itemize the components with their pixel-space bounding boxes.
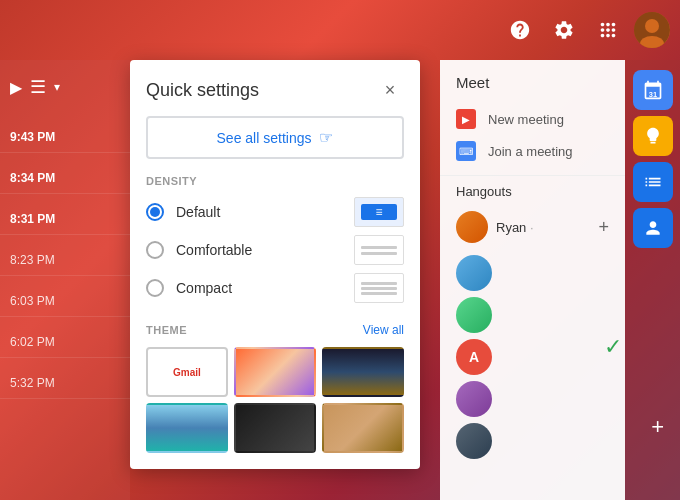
theme-label: THEME xyxy=(146,324,187,336)
radio-compact[interactable] xyxy=(146,279,164,297)
topbar xyxy=(0,0,680,60)
email-row[interactable]: 9:43 PM xyxy=(0,112,130,153)
svg-text:31: 31 xyxy=(648,90,656,99)
contact-avatar-5[interactable] xyxy=(456,423,492,459)
email-toolbar: ▶ ☰ ▾ xyxy=(0,70,130,104)
dropdown-icon[interactable]: ▾ xyxy=(54,80,60,94)
checkmark-area: ✓ xyxy=(604,334,622,360)
contact-avatar-2[interactable] xyxy=(456,297,492,333)
radio-default[interactable] xyxy=(146,203,164,221)
email-row[interactable]: 6:02 PM xyxy=(0,317,130,358)
density-comfortable-preview xyxy=(354,235,404,265)
right-panel: Meet ▶ New meeting ⌨ Join a meeting Hang… xyxy=(440,60,625,500)
contact-row-3: A xyxy=(456,339,609,375)
new-meeting-label: New meeting xyxy=(488,112,564,127)
density-label: DENSITY xyxy=(130,175,420,197)
contact-avatar-4[interactable] xyxy=(456,381,492,417)
theme-section-header: THEME View all xyxy=(130,319,420,347)
hangouts-title: Hangouts xyxy=(456,184,609,199)
list-icon[interactable]: ☰ xyxy=(30,76,46,98)
keyboard-icon: ⌨ xyxy=(456,141,476,161)
density-default-label: Default xyxy=(176,204,342,220)
qs-close-button[interactable]: × xyxy=(376,76,404,104)
email-row[interactable]: 8:34 PM xyxy=(0,153,130,194)
preview-default-icon xyxy=(361,204,397,220)
settings-icon[interactable] xyxy=(546,12,582,48)
apps-icon[interactable] xyxy=(590,12,626,48)
theme-grid: Gmail xyxy=(130,347,420,469)
contact-row-4 xyxy=(456,381,609,417)
svg-point-1 xyxy=(645,19,659,33)
preview-line-1 xyxy=(361,282,397,285)
email-row[interactable]: 8:23 PM xyxy=(0,235,130,276)
contact-avatar-1[interactable] xyxy=(456,255,492,291)
checkmark-icon: ✓ xyxy=(604,334,622,359)
density-compact-label: Compact xyxy=(176,280,342,296)
qs-title: Quick settings xyxy=(146,80,259,101)
keep-button[interactable] xyxy=(633,116,673,156)
hangouts-section: Hangouts Ryan · + xyxy=(440,175,625,255)
add-button[interactable]: + xyxy=(651,414,664,440)
radio-comfortable[interactable] xyxy=(146,241,164,259)
hangout-ryan[interactable]: Ryan · + xyxy=(456,207,609,247)
ryan-avatar xyxy=(456,211,488,243)
preview-line-2 xyxy=(361,287,397,290)
expand-icon[interactable]: ▶ xyxy=(10,78,22,97)
email-area: ▶ ☰ ▾ 9:43 PM 8:34 PM 8:31 PM 8:23 PM 6:… xyxy=(0,60,130,500)
help-icon[interactable] xyxy=(502,12,538,48)
topbar-icons xyxy=(502,12,670,48)
preview-line-3 xyxy=(361,292,397,295)
qs-header: Quick settings × xyxy=(130,60,420,116)
add-contact-icon[interactable]: + xyxy=(598,217,609,238)
email-times: 9:43 PM 8:34 PM 8:31 PM 8:23 PM 6:03 PM … xyxy=(0,112,130,399)
cursor-icon: ☞ xyxy=(319,128,333,147)
meet-title: Meet xyxy=(456,74,609,91)
view-all-link[interactable]: View all xyxy=(363,323,404,337)
theme-desert[interactable] xyxy=(322,403,404,453)
new-meeting-item[interactable]: ▶ New meeting xyxy=(456,103,609,135)
contact-row-5 xyxy=(456,423,609,459)
email-row[interactable]: 8:31 PM xyxy=(0,194,130,235)
density-compact[interactable]: Compact xyxy=(146,273,404,303)
density-default-preview xyxy=(354,197,404,227)
contact-avatar-red[interactable]: A xyxy=(456,339,492,375)
preview-line-2 xyxy=(361,252,397,255)
theme-gmail[interactable]: Gmail xyxy=(146,347,228,397)
meet-section: Meet ▶ New meeting ⌨ Join a meeting xyxy=(440,60,625,175)
quick-settings-panel: Quick settings × See all settings ☞ DENS… xyxy=(130,60,420,469)
density-options: Default Comfortable Compact xyxy=(130,197,420,319)
theme-mountain[interactable] xyxy=(322,347,404,397)
density-default[interactable]: Default xyxy=(146,197,404,227)
see-all-settings-button[interactable]: See all settings ☞ xyxy=(146,116,404,159)
email-row[interactable]: 5:32 PM xyxy=(0,358,130,399)
theme-beach[interactable] xyxy=(146,403,228,453)
preview-line-1 xyxy=(361,246,397,249)
contact-avatars: A xyxy=(440,255,625,459)
calendar-button[interactable]: 31 xyxy=(633,70,673,110)
email-row[interactable]: 6:03 PM xyxy=(0,276,130,317)
theme-sunset[interactable] xyxy=(234,347,316,397)
join-meeting-label: Join a meeting xyxy=(488,144,573,159)
theme-dark[interactable] xyxy=(234,403,316,453)
join-meeting-item[interactable]: ⌨ Join a meeting xyxy=(456,135,609,167)
radio-default-inner xyxy=(150,207,160,217)
ryan-name: Ryan · xyxy=(496,220,590,235)
density-comfortable-label: Comfortable xyxy=(176,242,342,258)
contacts-button[interactable] xyxy=(633,208,673,248)
tasks-button[interactable] xyxy=(633,162,673,202)
contact-row-2 xyxy=(456,297,609,333)
contact-row-1 xyxy=(456,255,609,291)
density-compact-preview xyxy=(354,273,404,303)
user-avatar[interactable] xyxy=(634,12,670,48)
video-icon: ▶ xyxy=(456,109,476,129)
density-comfortable[interactable]: Comfortable xyxy=(146,235,404,265)
